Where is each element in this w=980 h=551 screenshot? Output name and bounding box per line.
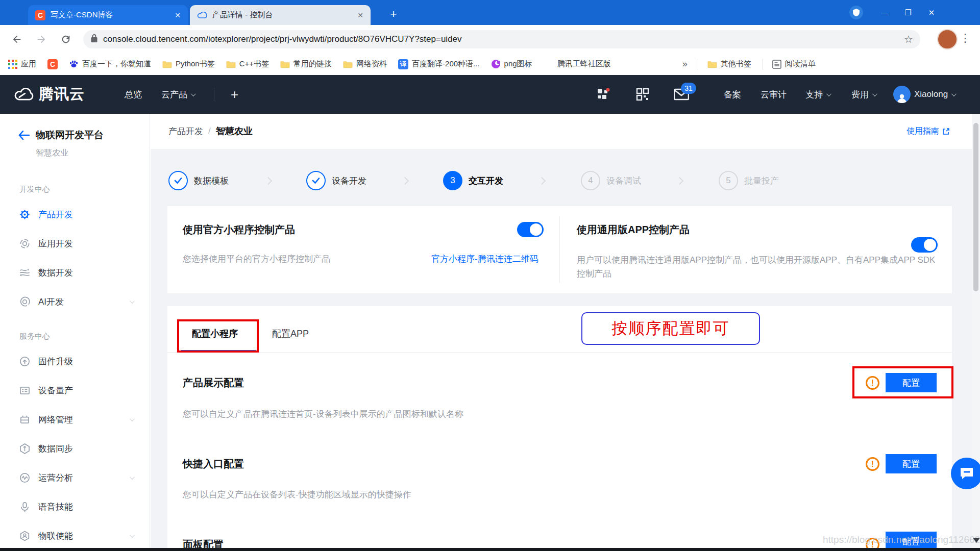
mini-program-toggle[interactable]: [517, 222, 544, 237]
usage-guide-link[interactable]: 使用指南: [906, 126, 950, 137]
minimize-button[interactable]: ─: [873, 8, 896, 17]
target-icon: [19, 238, 30, 249]
console-grid-icon[interactable]: [596, 87, 610, 102]
warning-icon: !: [866, 457, 879, 471]
folder-icon: [343, 60, 353, 68]
configure-button-shortcut[interactable]: 配置: [886, 454, 937, 473]
url-bar[interactable]: console.cloud.tencent.com/iotexplorer/pr…: [83, 30, 920, 48]
reading-list[interactable]: 阅读清单: [772, 59, 816, 69]
lock-icon: [90, 34, 98, 45]
tencent-cloud-logo[interactable]: 腾讯云: [13, 84, 85, 105]
mini-program-qr-link[interactable]: 官方小程序-腾讯连连二维码: [431, 253, 538, 265]
user-menu[interactable]: Xiaolong: [893, 86, 955, 103]
divider: [559, 216, 560, 283]
user-avatar: [893, 86, 911, 103]
page-header: [151, 114, 980, 150]
back-icon[interactable]: [8, 31, 26, 48]
baidu-paw-icon: [69, 59, 79, 69]
bookmark-png-icons[interactable]: png图标: [491, 59, 532, 69]
chat-fab[interactable]: [951, 458, 980, 489]
section-title-product-display: 产品展示配置: [183, 376, 244, 390]
section-desc-product-display: 您可以自定义产品在腾讯连连首页-设备列表中展示的产品图标和默认名称: [183, 408, 463, 420]
bookmark-gongfeng[interactable]: 腾讯工蜂社区版: [544, 59, 611, 69]
forward-icon[interactable]: [33, 31, 50, 48]
sidebar-item-data-dev[interactable]: 数据开发: [0, 262, 150, 283]
folder-icon: [162, 60, 172, 68]
scroll-down-arrow[interactable]: [973, 538, 980, 543]
tab-close-icon[interactable]: ✕: [175, 11, 181, 19]
step-data-template: 数据模板: [168, 171, 229, 190]
step-device-dev: 设备开发: [306, 171, 366, 190]
bookmark-star-icon[interactable]: ☆: [904, 33, 913, 45]
nav-overview[interactable]: 总览: [125, 89, 142, 101]
mail-icon[interactable]: 31: [674, 88, 689, 101]
tab-title: 写文章-CSDN博客: [51, 10, 170, 20]
annotation-red-box-tab: [177, 319, 259, 353]
nav-products[interactable]: 云产品: [161, 89, 194, 101]
close-button[interactable]: ✕: [920, 8, 943, 17]
nav-beian[interactable]: 备案: [724, 89, 741, 101]
tab-close-icon[interactable]: ✕: [357, 11, 363, 19]
step-number: 5: [719, 171, 738, 190]
sidebar-item-analytics[interactable]: 运营分析: [0, 467, 150, 488]
sidebar-item-mass-production[interactable]: 设备量产: [0, 380, 150, 400]
sidebar-item-iot-enable[interactable]: 物联使能: [0, 525, 150, 546]
nav-support[interactable]: 支持: [805, 89, 830, 101]
bookmark-csdn[interactable]: C: [47, 59, 58, 69]
reading-list-icon: [772, 60, 781, 69]
nav-add-button[interactable]: +: [231, 87, 238, 103]
bookmark-folder-links[interactable]: 常用的链接: [280, 59, 332, 69]
qr-code-icon[interactable]: [636, 88, 649, 101]
screen: C 写文章-CSDN博客 ✕ 产品详情 - 控制台 ✕ + ─ ❐ ✕: [0, 0, 980, 551]
ai-icon: [19, 296, 30, 307]
bookmark-baidu-translate[interactable]: 译 百度翻译-200种语...: [398, 59, 480, 69]
nav-billing[interactable]: 费用: [851, 89, 876, 101]
reload-icon[interactable]: [57, 31, 75, 48]
apps-shortcut[interactable]: 应用: [8, 59, 36, 69]
maximize-button[interactable]: ❐: [896, 8, 920, 17]
module-icon: [19, 414, 30, 425]
nav-audit[interactable]: 云审计: [761, 89, 787, 101]
divider: [167, 352, 952, 353]
sidebar-item-voice[interactable]: 语音技能: [0, 496, 150, 517]
back-arrow-icon: [18, 131, 30, 140]
sidebar-item-firmware[interactable]: 固件升级: [0, 351, 150, 371]
browser-tab-console[interactable]: 产品详情 - 控制台 ✕: [190, 5, 371, 25]
bookmark-folder-python[interactable]: Python书签: [162, 59, 215, 69]
folder-icon: [707, 60, 717, 68]
mini-program-title: 使用官方小程序控制产品: [183, 223, 295, 237]
other-bookmarks[interactable]: 其他书签: [707, 59, 751, 69]
bookmarks-overflow-icon[interactable]: »: [682, 59, 688, 69]
breadcrumb-separator: /: [208, 126, 211, 136]
breadcrumb-parent[interactable]: 产品开发: [168, 126, 203, 137]
sidebar-item-network[interactable]: 网络管理: [0, 409, 150, 430]
sidebar-item-app-dev[interactable]: 应用开发: [0, 233, 150, 254]
section-title-shortcut: 快捷入口配置: [183, 457, 244, 471]
chevron-down-icon: [130, 416, 135, 421]
app-desc: 用户可以使用腾讯连连通用版APP控制产品，也可以使用开源版APP、自有APP集成…: [577, 253, 940, 281]
translate-icon: 译: [398, 59, 408, 69]
sidebar-item-product-dev[interactable]: 产品开发: [0, 204, 150, 224]
folder-icon: [280, 60, 290, 68]
tencent-top-nav: 腾讯云 总览 云产品 + 31 备案 云审计 支持 费用 Xiaolong: [0, 75, 980, 114]
sidebar-item-data-sync[interactable]: 数据同步: [0, 438, 150, 459]
new-tab-button[interactable]: +: [386, 7, 401, 22]
window-bottom-edge: [0, 548, 980, 551]
sidebar-back-title[interactable]: 物联网开发平台: [18, 129, 104, 142]
bookmarks-bar: 应用 C 百度一下，你就知道 Python书签 C++书签 常用的链接 网络资料: [0, 53, 980, 75]
tab-title: 产品详情 - 控制台: [212, 10, 353, 20]
sidebar-item-ai-dev[interactable]: AI开发: [0, 291, 150, 312]
browser-profile-shield-icon[interactable]: [849, 6, 873, 19]
browser-menu-icon[interactable]: ⋮: [960, 32, 971, 45]
breadcrumb-current: 智慧农业: [216, 125, 253, 137]
profile-avatar[interactable]: [937, 29, 958, 49]
bookmark-folder-resources[interactable]: 网络资料: [343, 59, 387, 69]
tab-config-app[interactable]: 配置APP: [272, 328, 309, 340]
scrollbar-thumb[interactable]: [973, 123, 978, 291]
sync-icon: [19, 443, 30, 454]
bookmark-baidu[interactable]: 百度一下，你就知道: [69, 59, 151, 69]
step-check-icon: [306, 171, 326, 190]
browser-tab-csdn[interactable]: C 写文章-CSDN博客 ✕: [28, 5, 188, 25]
app-toggle[interactable]: [911, 237, 938, 253]
bookmark-folder-cpp[interactable]: C++书签: [226, 59, 269, 69]
